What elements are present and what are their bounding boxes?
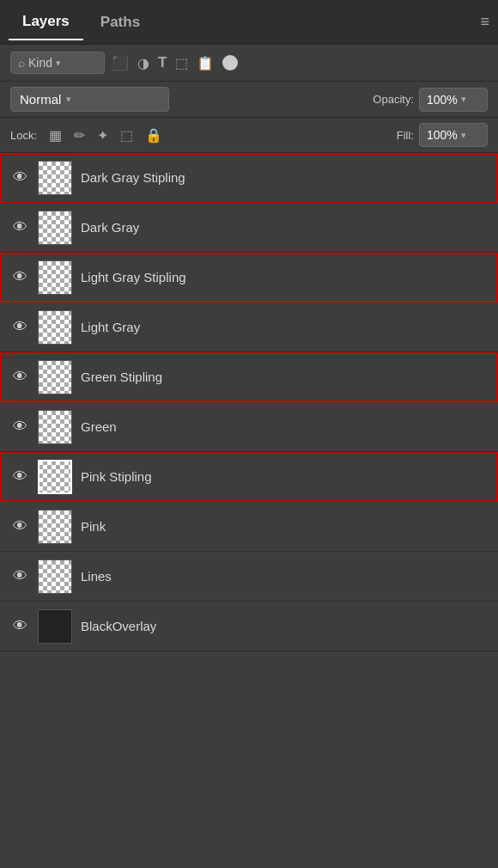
- image-filter-icon[interactable]: ⬛: [112, 55, 129, 71]
- tab-layers[interactable]: Layers: [9, 4, 83, 40]
- layer-name: Green: [81, 419, 117, 434]
- layer-name: Light Gray: [81, 320, 140, 334]
- fill-label: Fill:: [397, 129, 414, 142]
- lock-all-icon[interactable]: 🔒: [142, 125, 166, 145]
- layer-thumbnail: [38, 559, 72, 594]
- layer-name: Pink: [81, 519, 106, 534]
- layer-name: Pink Stipling: [81, 469, 152, 484]
- layer-item[interactable]: 👁Dark Gray: [0, 203, 498, 253]
- visibility-icon[interactable]: 👁: [10, 319, 29, 336]
- opacity-value: 100%: [427, 93, 458, 107]
- layer-item[interactable]: 👁Pink: [0, 502, 498, 552]
- tabs-left: Layers Paths: [9, 4, 154, 40]
- visibility-icon[interactable]: 👁: [10, 618, 29, 635]
- kind-chevron: ▾: [56, 58, 61, 69]
- visibility-icon[interactable]: 👁: [10, 219, 29, 236]
- lock-label: Lock:: [10, 129, 37, 142]
- layer-thumbnail: [38, 260, 72, 295]
- layer-item[interactable]: 👁Green: [0, 402, 498, 452]
- blend-mode-dropdown[interactable]: Normal ▾: [10, 87, 169, 112]
- layer-thumbnail: [38, 161, 72, 195]
- round-icon[interactable]: [222, 55, 238, 70]
- visibility-icon[interactable]: 👁: [10, 518, 29, 535]
- kind-dropdown[interactable]: ⌕ Kind ▾: [10, 52, 105, 74]
- layers-panel: Layers Paths ≡ ⌕ Kind ▾ ⬛ ◑ T ⬚ 📋 Normal…: [0, 0, 498, 868]
- blend-mode-label: Normal: [20, 92, 61, 107]
- visibility-icon[interactable]: 👁: [10, 468, 29, 486]
- kind-label: Kind: [28, 56, 52, 70]
- opacity-dropdown[interactable]: 100% ▾: [419, 88, 488, 112]
- fill-section: Fill: 100% ▾: [397, 123, 488, 147]
- opacity-label: Opacity:: [373, 93, 414, 106]
- kind-filter-icons: ⬛ ◑ T ⬚ 📋: [112, 54, 238, 71]
- layer-name: Dark Gray Stipling: [81, 170, 185, 185]
- panel-menu-icon[interactable]: ≡: [480, 13, 489, 31]
- visibility-icon[interactable]: 👁: [10, 169, 29, 186]
- fill-chevron: ▾: [461, 130, 466, 141]
- layer-name: Light Gray Stipling: [81, 270, 186, 284]
- layer-item[interactable]: 👁Light Gray: [0, 303, 498, 352]
- lock-artboard-icon[interactable]: ⬚: [117, 125, 137, 145]
- opacity-section: Opacity: 100% ▾: [373, 88, 488, 112]
- visibility-icon[interactable]: 👁: [10, 369, 29, 386]
- layer-name: BlackOverlay: [81, 619, 156, 633]
- layer-name: Lines: [81, 569, 112, 584]
- tabs-bar: Layers Paths ≡: [0, 0, 498, 45]
- layer-item[interactable]: 👁Dark Gray Stipling: [0, 153, 498, 203]
- layer-thumbnail: [38, 360, 72, 394]
- search-icon: ⌕: [18, 56, 25, 70]
- shape-filter-icon[interactable]: ⬚: [175, 55, 188, 71]
- lock-position-icon[interactable]: ✦: [94, 125, 112, 145]
- blend-mode-chevron: ▾: [66, 94, 71, 105]
- layer-name: Green Stipling: [81, 370, 162, 384]
- layer-item[interactable]: 👁Pink Stipling: [0, 452, 498, 502]
- layer-thumbnail: [38, 410, 72, 444]
- layer-thumbnail: [38, 460, 72, 494]
- visibility-icon[interactable]: 👁: [10, 269, 29, 286]
- blendmode-row: Normal ▾ Opacity: 100% ▾: [0, 82, 498, 118]
- lock-transparency-icon[interactable]: ▦: [46, 125, 65, 145]
- fill-dropdown[interactable]: 100% ▾: [419, 123, 488, 147]
- kind-row: ⌕ Kind ▾ ⬛ ◑ T ⬚ 📋: [0, 45, 498, 82]
- visibility-icon[interactable]: 👁: [10, 568, 29, 585]
- layer-thumbnail: [38, 609, 72, 644]
- lock-pixels-icon[interactable]: ✏: [70, 125, 88, 145]
- layer-thumbnail: [38, 211, 72, 245]
- layer-item[interactable]: 👁BlackOverlay: [0, 602, 498, 651]
- opacity-chevron: ▾: [461, 94, 466, 105]
- layer-thumbnail: [38, 310, 72, 345]
- smart-filter-icon[interactable]: 📋: [197, 55, 214, 71]
- layer-thumbnail: [38, 510, 72, 544]
- tab-paths[interactable]: Paths: [87, 5, 154, 40]
- fill-value: 100%: [427, 128, 458, 142]
- visibility-icon[interactable]: 👁: [10, 419, 29, 436]
- layers-list: 👁Dark Gray Stipling👁Dark Gray👁Light Gray…: [0, 153, 498, 868]
- layer-item[interactable]: 👁Green Stipling: [0, 352, 498, 402]
- type-filter-icon[interactable]: T: [158, 54, 167, 71]
- adjustment-filter-icon[interactable]: ◑: [137, 55, 149, 71]
- lock-row: Lock: ▦ ✏ ✦ ⬚ 🔒 Fill: 100% ▾: [0, 118, 498, 153]
- layer-item[interactable]: 👁Lines: [0, 552, 498, 602]
- layer-name: Dark Gray: [81, 220, 139, 235]
- layer-item[interactable]: 👁Light Gray Stipling: [0, 253, 498, 303]
